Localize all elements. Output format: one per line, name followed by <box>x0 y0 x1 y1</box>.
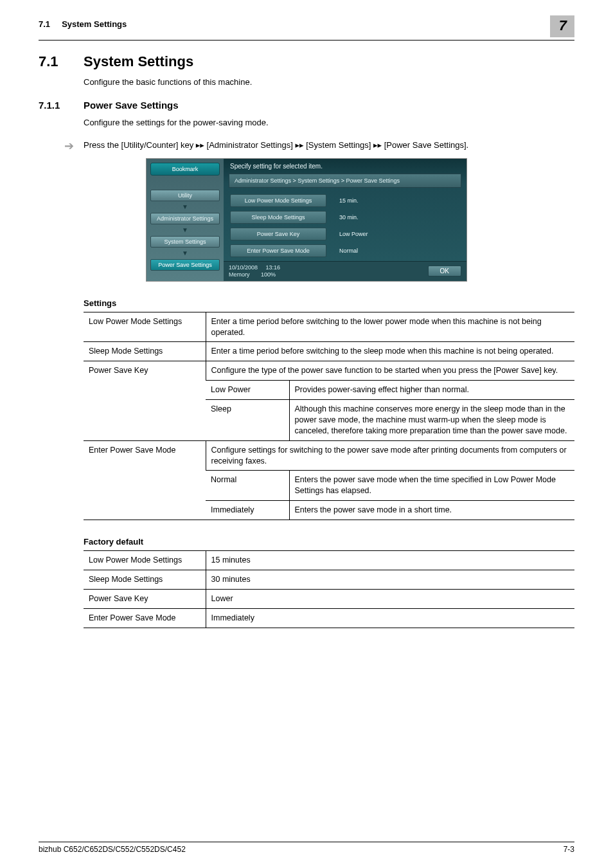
setting-desc: Configure the type of the power save fun… <box>206 361 574 381</box>
status-memory-label: Memory <box>229 271 250 278</box>
step-seg-3: [Power Save Settings]. <box>384 140 469 150</box>
setting-name: Enter Power Save Mode <box>84 440 206 520</box>
setting-name: Sleep Mode Settings <box>84 342 206 361</box>
factory-value: 15 minutes <box>206 551 574 570</box>
factory-name: Enter Power Save Mode <box>84 608 206 628</box>
setting-option-name: Sleep <box>206 400 289 441</box>
setting-name: Low Power Mode Settings <box>84 312 206 342</box>
device-statusbar: 10/10/2008 13:16 Memory 100% OK <box>224 261 466 281</box>
sidebar-item-powersave[interactable]: Power Save Settings <box>150 259 220 271</box>
footer-model: bizhub C652/C652DS/C552/C552DS/C452 <box>39 845 186 854</box>
settings-table-title: Settings <box>84 298 574 308</box>
device-sidebar: Bookmark Utility ▼ Administrator Setting… <box>147 159 224 281</box>
sidebar-item-system[interactable]: System Settings <box>150 236 220 248</box>
h2-intro: Configure the settings for the power-sav… <box>84 117 574 129</box>
setting-button-pskey[interactable]: Power Save Key <box>230 228 326 240</box>
right-arrow-icon: ➔ <box>64 140 84 152</box>
procedure-step: ➔ Press the [Utility/Counter] key ▸▸ [Ad… <box>64 140 574 152</box>
setting-button-sleep[interactable]: Sleep Mode Settings <box>230 211 326 224</box>
h1-title: System Settings <box>84 53 193 70</box>
chevron-down-icon: ▼ <box>150 227 220 233</box>
factory-value: Immediately <box>206 608 574 628</box>
status-date: 10/10/2008 <box>229 264 258 271</box>
chevron-down-icon: ▼ <box>150 250 220 257</box>
sidebar-item-utility[interactable]: Utility <box>150 190 220 201</box>
step-seg-1: [Administrator Settings] <box>207 140 293 150</box>
h2-number: 7.1.1 <box>39 100 84 111</box>
factory-default-table: Low Power Mode Settings 15 minutes Sleep… <box>84 550 574 628</box>
setting-value: Normal <box>339 248 358 254</box>
setting-option-desc: Although this machine conserves more ene… <box>289 400 574 441</box>
h1-number: 7.1 <box>39 53 84 70</box>
factory-table-title: Factory default <box>84 537 574 547</box>
setting-option-name: Normal <box>206 471 289 501</box>
nav-arrow-icon: ▸▸ <box>296 140 304 150</box>
ok-button[interactable]: OK <box>428 266 461 276</box>
setting-option-name: Low Power <box>206 381 289 400</box>
setting-desc: Configure settings for switching to the … <box>206 440 574 471</box>
device-panel: Bookmark Utility ▼ Administrator Setting… <box>146 158 467 282</box>
header-section-name: System Settings <box>62 19 127 29</box>
status-time: 13:16 <box>266 264 281 271</box>
sidebar-item-admin[interactable]: Administrator Settings <box>150 213 220 224</box>
header-section-ref: 7.1 <box>39 19 50 29</box>
bookmark-button[interactable]: Bookmark <box>150 163 220 176</box>
nav-arrow-icon: ▸▸ <box>373 140 382 150</box>
device-breadcrumb: Administrator Settings > System Settings… <box>229 174 461 188</box>
setting-button-enterps[interactable]: Enter Power Save Mode <box>230 244 326 257</box>
setting-option-desc: Enters the power save mode in a short ti… <box>289 501 574 520</box>
h2-title: Power Save Settings <box>84 100 179 111</box>
factory-value: 30 minutes <box>206 570 574 589</box>
factory-name: Sleep Mode Settings <box>84 570 206 589</box>
factory-value: Lower <box>206 589 574 608</box>
setting-option-desc: Provides power-saving effect higher than… <box>289 381 574 400</box>
factory-name: Power Save Key <box>84 589 206 608</box>
setting-button-lowpower[interactable]: Low Power Mode Settings <box>230 194 326 207</box>
setting-value: 30 min. <box>339 214 359 221</box>
setting-option-desc: Enters the power save mode when the time… <box>289 471 574 501</box>
step-seg-2: [System Settings] <box>306 140 371 150</box>
setting-desc: Enter a time period before switching to … <box>206 312 574 342</box>
status-memory-value: 100% <box>261 271 276 278</box>
settings-table: Low Power Mode Settings Enter a time per… <box>84 312 574 520</box>
device-instruction: Specify setting for selected item. <box>224 159 466 172</box>
setting-option-name: Immediately <box>206 501 289 520</box>
h1-intro: Configure the basic functions of this ma… <box>84 77 574 88</box>
chevron-down-icon: ▼ <box>150 204 220 210</box>
setting-name: Power Save Key <box>84 361 206 440</box>
chapter-number-box: 7 <box>550 15 574 37</box>
running-header: 7.1 System Settings 7 <box>39 19 574 41</box>
setting-value: Low Power <box>339 231 368 237</box>
footer-page-number: 7-3 <box>564 845 574 854</box>
setting-value: 15 min. <box>339 197 359 204</box>
nav-arrow-icon: ▸▸ <box>196 140 204 150</box>
step-prefix: Press the [Utility/Counter] key <box>84 140 196 150</box>
setting-desc: Enter a time period before switching to … <box>206 342 574 361</box>
page-footer: bizhub C652/C652DS/C552/C552DS/C452 7-3 <box>39 842 574 854</box>
factory-name: Low Power Mode Settings <box>84 551 206 570</box>
